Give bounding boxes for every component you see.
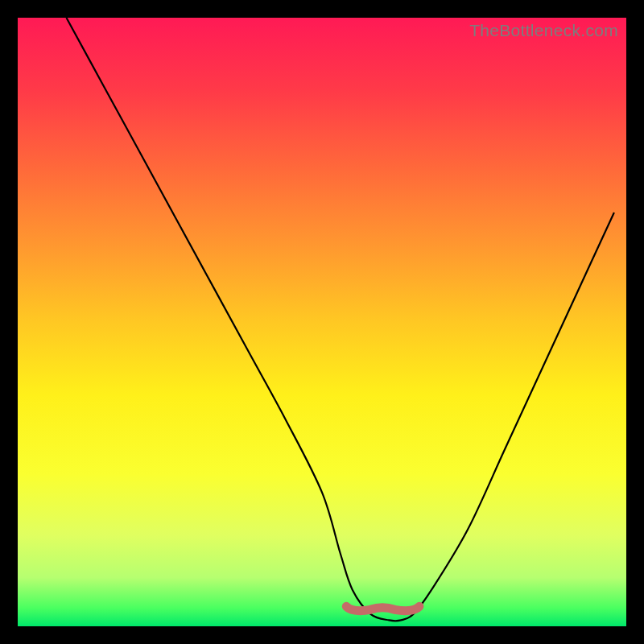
plot-area: TheBottleneck.com [18, 18, 626, 626]
curve-svg [18, 18, 626, 626]
bottleneck-curve [66, 18, 613, 621]
watermark-text: TheBottleneck.com [469, 21, 618, 40]
chart-container: TheBottleneck.com [0, 0, 644, 644]
flat-region-highlight [346, 606, 419, 610]
